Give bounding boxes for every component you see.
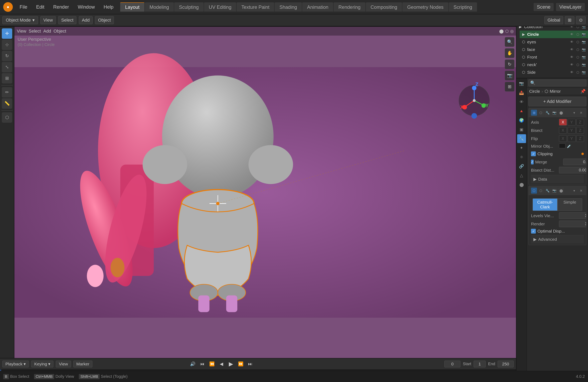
neck-render-btn[interactable]: 📷 (581, 62, 587, 67)
tab-geometry-nodes[interactable]: Geometry Nodes (402, 2, 448, 12)
circle-select-btn[interactable]: ⬡ (575, 32, 580, 37)
neck-select-btn[interactable]: ⬡ (575, 62, 580, 67)
merge-value-field[interactable] (563, 159, 587, 165)
outliner-item-side[interactable]: ⬡ Side 👁 ⬡ 📷 (520, 69, 588, 76)
audio-toggle-btn[interactable]: 🔊 (189, 360, 197, 368)
mirror-data-section[interactable]: ▶ Data (531, 175, 584, 183)
tab-modeling[interactable]: Modeling (145, 2, 174, 12)
tab-rendering[interactable]: Rendering (334, 2, 365, 12)
proportional-btn[interactable]: ⊙ (576, 16, 586, 24)
mirror-close-btn[interactable]: ✕ (578, 110, 584, 115)
bisect-y-btn[interactable]: Y (567, 127, 575, 134)
flip-z-btn[interactable]: Z (576, 135, 584, 142)
marker-menu[interactable]: Marker (73, 361, 92, 367)
menu-edit[interactable]: Edit (33, 3, 48, 11)
flip-y-btn[interactable]: Y (567, 135, 575, 142)
outliner-item-circle[interactable]: ▶ Circle 👁 ⬡ 📷 (520, 31, 588, 38)
step-back-btn[interactable]: ⏪ (208, 360, 216, 368)
simple-tab[interactable]: Simple (557, 198, 582, 211)
front-select-btn[interactable]: ⬡ (575, 55, 580, 60)
outliner-item-teeth[interactable]: ⬡ teeth 👁 ⬡ 📷 (520, 76, 588, 78)
viewport-orbit[interactable]: ↻ (505, 59, 514, 69)
tab-sculpting[interactable]: Sculpting (174, 2, 204, 12)
breadcrumb-pin[interactable]: 📌 (580, 89, 586, 94)
side-select-btn[interactable]: ⬡ (575, 70, 580, 75)
eyes-visibility-btn[interactable]: 👁 (569, 39, 574, 45)
prop-tab-object[interactable]: ▣ (517, 125, 526, 134)
keying-menu[interactable]: Keying ▾ (31, 361, 53, 367)
end-frame-field[interactable] (498, 361, 514, 367)
circle-render-btn[interactable]: 📷 (581, 32, 587, 37)
viewport-pan[interactable]: ✋ (505, 48, 514, 58)
flip-x-btn[interactable]: X (559, 135, 567, 142)
axis-x-btn[interactable]: X (559, 119, 567, 125)
subsurf-modifier-header[interactable]: ⬡ ⬡ 🔧 📷 ⬤ ▾ ✕ (529, 186, 586, 195)
axis-z-btn[interactable]: Z (576, 119, 584, 125)
prop-tab-modifier[interactable]: 🔧 (517, 134, 526, 143)
tool-extra[interactable]: ⬡ (2, 112, 12, 123)
prop-tab-view[interactable]: 👁 (517, 97, 526, 106)
tab-texture-paint[interactable]: Texture Paint (237, 2, 274, 12)
play-btn[interactable]: ▶ (227, 360, 235, 368)
bisect-dist-field[interactable] (559, 167, 587, 173)
viewport-zoom-in[interactable]: 🔍 (505, 37, 514, 47)
prop-tab-particles[interactable]: ✦ (517, 143, 526, 152)
tab-animation[interactable]: Animation (302, 2, 333, 12)
tab-layout[interactable]: Layout (120, 2, 144, 12)
prop-tab-render[interactable]: 📷 (517, 79, 526, 88)
eyes-select-btn[interactable]: ⬡ (575, 39, 580, 45)
timeline-view-menu[interactable]: View (56, 361, 71, 367)
face-select-btn[interactable]: ⬡ (575, 47, 580, 52)
subsurf-close-btn[interactable]: ✕ (578, 188, 584, 193)
menu-file[interactable]: File (16, 3, 31, 11)
tool-move[interactable]: ⊹ (2, 39, 12, 50)
add-modifier-button[interactable]: + Add Modifier (528, 97, 587, 106)
side-render-btn[interactable]: 📷 (581, 70, 587, 75)
eyes-render-btn[interactable]: 📷 (581, 39, 587, 45)
tool-annotate[interactable]: ✏ (2, 87, 12, 97)
viewport-grid[interactable]: ⊞ (505, 82, 514, 92)
tool-scale[interactable]: ⤡ (2, 62, 12, 72)
merge-checkbox[interactable]: ✓ (531, 160, 534, 164)
tool-cursor[interactable]: ✛ (2, 28, 12, 39)
front-visibility-btn[interactable]: 👁 (569, 55, 574, 60)
current-frame-field[interactable] (444, 361, 461, 367)
jump-start-btn[interactable]: ⏮ (198, 360, 206, 368)
view-menu[interactable]: View (41, 16, 56, 24)
viewport-3d[interactable]: View Select Add Object ⬤ ⬡ ◎ User Perspe… (14, 27, 516, 358)
outliner-item-eyes[interactable]: ⬡ eyes 👁 ⬡ 📷 (520, 38, 588, 46)
levels-viewport-field[interactable] (559, 212, 587, 219)
play-reverse-btn[interactable]: ◀ (217, 360, 225, 368)
mirror-expand-btn[interactable]: ▾ (571, 110, 577, 115)
transform-selector[interactable]: Global (545, 16, 563, 24)
front-render-btn[interactable]: 📷 (581, 55, 587, 60)
prop-tab-material[interactable]: ⬤ (517, 180, 526, 189)
bisect-z-btn[interactable]: Z (576, 127, 584, 134)
subsurf-advanced-section[interactable]: ▶ Advanced (531, 235, 584, 243)
properties-search-input[interactable] (528, 79, 587, 86)
prop-tab-world[interactable]: 🌍 (517, 116, 526, 125)
bisect-x-btn[interactable]: X (559, 127, 567, 134)
tool-measure[interactable]: 📏 (2, 98, 12, 109)
menu-render[interactable]: Render (50, 3, 73, 11)
prop-tab-physics[interactable]: ⚛ (517, 153, 526, 161)
neck-visibility-btn[interactable]: 👁 (569, 62, 574, 67)
tool-transform[interactable]: ⊞ (2, 73, 12, 83)
tab-scripting[interactable]: Scripting (449, 2, 477, 12)
object-mode-selector[interactable]: Object Mode ▾ (2, 16, 38, 24)
clipping-checkbox[interactable]: ✓ (531, 152, 536, 156)
outliner-item-face[interactable]: ⬡ face 👁 ⬡ 📷 (520, 46, 588, 53)
add-menu[interactable]: Add (79, 16, 93, 24)
face-render-btn[interactable]: 📷 (581, 47, 587, 52)
prop-tab-constraints[interactable]: 🔗 (517, 162, 526, 171)
menu-window[interactable]: Window (74, 3, 98, 11)
scene-selector[interactable]: Scene (534, 3, 554, 11)
step-forward-btn[interactable]: ⏩ (237, 360, 245, 368)
menu-help[interactable]: Help (100, 3, 117, 11)
render-field[interactable] (559, 221, 587, 227)
snap-btn[interactable]: ⊞ (565, 16, 574, 24)
prop-tab-scene[interactable]: 🔺 (517, 107, 526, 115)
tab-uv-editing[interactable]: UV Editing (204, 2, 236, 12)
mirror-obj-swatch[interactable] (559, 143, 566, 148)
object-menu[interactable]: Object (95, 16, 114, 24)
